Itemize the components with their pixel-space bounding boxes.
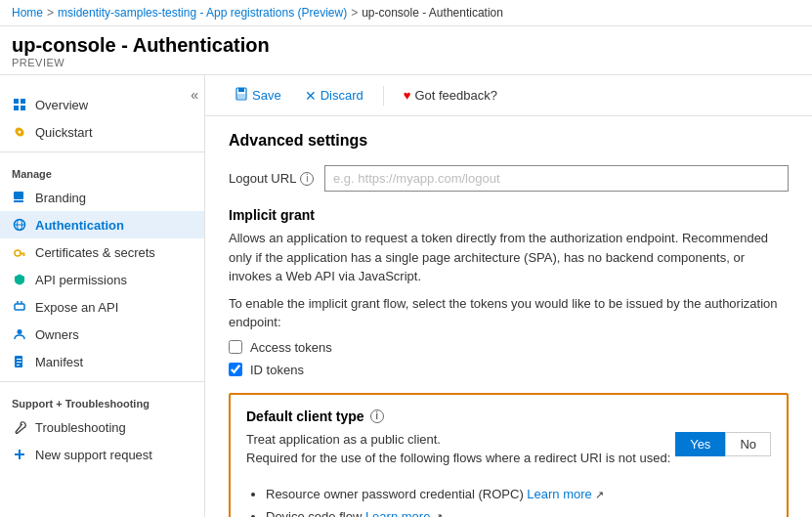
- svg-rect-26: [238, 88, 244, 92]
- sidebar-item-expose-api[interactable]: Expose an API: [0, 293, 204, 321]
- sidebar-manifest-label: Manifest: [35, 355, 83, 369]
- sidebar-api-permissions-label: API permissions: [35, 273, 127, 287]
- sidebar-owners-label: Owners: [35, 327, 79, 342]
- discard-button[interactable]: ✕ Discard: [295, 84, 373, 108]
- breadcrumb-current: up-console - Authentication: [362, 6, 503, 20]
- access-tokens-row: Access tokens: [229, 340, 789, 355]
- sidebar: « Overview Quickstart: [0, 75, 205, 517]
- svg-rect-19: [17, 359, 21, 360]
- sidebar-item-quickstart[interactable]: Quickstart: [0, 118, 204, 146]
- default-client-type-box: Default client type i Treat application …: [229, 393, 789, 518]
- implicit-grant-desc2: To enable the implicit grant flow, selec…: [229, 294, 789, 332]
- api-icon: [12, 299, 27, 315]
- breadcrumb-home[interactable]: Home: [12, 6, 43, 20]
- list-item: Device code flow Learn more ↗: [266, 507, 771, 517]
- sidebar-item-new-support[interactable]: New support request: [0, 441, 204, 468]
- sidebar-new-support-label: New support request: [35, 448, 152, 462]
- access-tokens-label[interactable]: Access tokens: [250, 340, 332, 355]
- sidebar-collapse-btn[interactable]: «: [185, 85, 204, 105]
- dct-toggle: Yes No: [675, 432, 771, 456]
- implicit-grant-title: Implicit grant: [229, 207, 789, 223]
- logout-url-row: Logout URL i: [229, 165, 789, 192]
- device-code-learn-more-link[interactable]: Learn more: [365, 509, 430, 517]
- save-label: Save: [252, 88, 281, 103]
- svg-rect-20: [17, 362, 21, 363]
- id-tokens-checkbox[interactable]: [229, 363, 242, 376]
- logout-url-input[interactable]: [324, 165, 789, 192]
- implicit-grant-section: Implicit grant Allows an application to …: [229, 207, 789, 377]
- access-tokens-checkbox[interactable]: [229, 340, 242, 354]
- svg-rect-1: [21, 99, 25, 104]
- svg-point-5: [19, 131, 21, 134]
- svg-rect-3: [21, 106, 25, 110]
- id-tokens-label[interactable]: ID tokens: [250, 363, 304, 377]
- sidebar-divider-2: [0, 381, 204, 382]
- advanced-settings-title: Advanced settings: [229, 132, 789, 150]
- dct-desc-sub: Required for the use of the following fl…: [246, 451, 675, 465]
- sidebar-branding-label: Branding: [35, 191, 86, 205]
- sidebar-item-owners[interactable]: Owners: [0, 321, 204, 348]
- sidebar-expose-api-label: Expose an API: [35, 300, 118, 315]
- discard-label: Discard: [321, 88, 363, 103]
- breadcrumb-app-reg[interactable]: msidentity-samples-testing - App registr…: [58, 6, 347, 20]
- sidebar-overview-label: Overview: [35, 98, 88, 112]
- page-header: up-console - Authentication PREVIEW: [0, 26, 812, 75]
- ropc-learn-more-link[interactable]: Learn more: [527, 487, 591, 501]
- rocket-icon: [12, 124, 27, 140]
- tag-icon: [12, 190, 27, 205]
- logout-info-icon[interactable]: i: [300, 172, 314, 186]
- device-code-link-icon: ↗: [434, 511, 443, 517]
- page-subtitle: PREVIEW: [12, 57, 800, 68]
- implicit-grant-desc1: Allows an application to request a token…: [229, 229, 789, 286]
- sidebar-item-api-permissions[interactable]: API permissions: [0, 266, 204, 293]
- breadcrumb: Home > msidentity-samples-testing - App …: [0, 0, 812, 26]
- toolbar: Save ✕ Discard ♥ Got feedback?: [205, 75, 812, 116]
- svg-rect-14: [15, 304, 24, 310]
- svg-rect-13: [23, 255, 25, 257]
- sidebar-item-branding[interactable]: Branding: [0, 184, 204, 211]
- dct-no-button[interactable]: No: [725, 432, 771, 456]
- svg-rect-6: [14, 192, 23, 199]
- sidebar-certificates-label: Certificates & secrets: [35, 245, 155, 260]
- svg-rect-27: [237, 94, 245, 99]
- sidebar-item-certificates[interactable]: Certificates & secrets: [0, 238, 204, 266]
- main-content: Save ✕ Discard ♥ Got feedback? Advanced …: [205, 75, 812, 517]
- list-item: Resource owner password credential (ROPC…: [266, 485, 771, 504]
- discard-icon: ✕: [305, 88, 317, 104]
- shield-icon: [12, 272, 27, 287]
- sidebar-divider-1: [0, 151, 204, 152]
- sidebar-manage-label: Manage: [0, 158, 204, 184]
- sidebar-troubleshooting-label: Troubleshooting: [35, 420, 126, 435]
- wrench-icon: [12, 419, 27, 435]
- dct-text: Treat application as a public client. Re…: [246, 432, 675, 475]
- save-icon: [235, 87, 248, 104]
- dct-info-icon[interactable]: i: [370, 409, 384, 423]
- sidebar-item-manifest[interactable]: Manifest: [0, 348, 204, 375]
- manifest-icon: [12, 354, 27, 369]
- sidebar-item-troubleshooting[interactable]: Troubleshooting: [0, 413, 204, 441]
- globe-icon: [12, 217, 27, 233]
- sidebar-quickstart-label: Quickstart: [35, 125, 93, 140]
- svg-rect-0: [14, 99, 19, 104]
- page-title: up-console - Authentication: [12, 34, 800, 57]
- save-button[interactable]: Save: [225, 83, 291, 108]
- svg-rect-12: [21, 253, 25, 255]
- dct-list: Resource owner password credential (ROPC…: [246, 485, 771, 518]
- dct-main-row: Treat application as a public client. Re…: [246, 432, 771, 475]
- svg-rect-2: [14, 106, 19, 110]
- sidebar-item-authentication[interactable]: Authentication: [0, 211, 204, 238]
- logout-url-label: Logout URL i: [229, 171, 317, 186]
- toolbar-separator: [383, 86, 384, 106]
- content-area: Advanced settings Logout URL i Implicit …: [205, 116, 812, 517]
- sidebar-item-overview[interactable]: Overview: [0, 91, 204, 118]
- sidebar-authentication-label: Authentication: [35, 218, 124, 233]
- ropc-link-icon: ↗: [595, 489, 604, 500]
- svg-point-17: [18, 329, 22, 334]
- id-tokens-row: ID tokens: [229, 363, 789, 377]
- key-icon: [12, 244, 27, 260]
- svg-point-11: [15, 250, 21, 256]
- heart-icon: ♥: [404, 88, 411, 103]
- dct-yes-button[interactable]: Yes: [675, 432, 725, 456]
- feedback-button[interactable]: ♥ Got feedback?: [394, 84, 507, 107]
- sidebar-support-label: Support + Troubleshooting: [0, 388, 204, 413]
